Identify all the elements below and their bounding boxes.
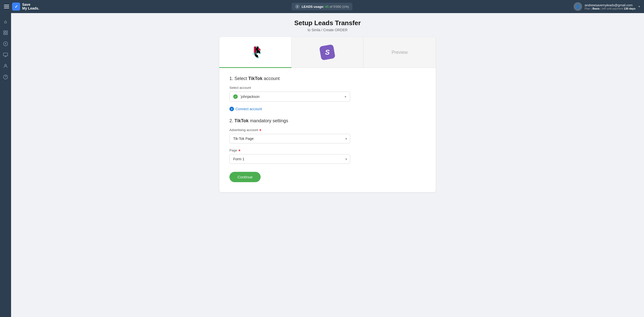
advertising-select-wrapper: Tik-Tok Page ▾: [229, 134, 350, 143]
page-group: Page ★ Form 1 ▾: [229, 148, 426, 164]
wizard-step-tiktok[interactable]: [219, 37, 292, 68]
account-name: `johnjackson: [240, 95, 343, 99]
logo-area: ✓ Save My Leads.: [12, 3, 39, 11]
plus-icon: +: [229, 107, 234, 111]
sidebar-item-templates[interactable]: [1, 50, 10, 59]
chevron-down-icon[interactable]: ▾: [638, 5, 640, 8]
sidebar-item-billing[interactable]: [1, 39, 10, 48]
account-status-dot: ✓: [233, 94, 238, 99]
advertising-account-select[interactable]: Tik-Tok Page: [229, 134, 350, 143]
advertising-account-group: Advertising account ★ Tik-Tok Page ▾: [229, 128, 426, 143]
user-plan: Plan | Basic | left until payment 130 da…: [585, 7, 635, 10]
user-email: andrewsavemyleads@gmail.com: [585, 3, 635, 7]
sidebar-item-help[interactable]: [1, 72, 10, 82]
leads-usage-box: i LEADS usage: 45 of 5'000 (1%): [292, 3, 352, 10]
hamburger-menu[interactable]: [4, 5, 9, 8]
leads-of: of 5'000: [330, 5, 341, 9]
leads-percent: (1%): [342, 5, 349, 9]
svg-rect-2: [4, 33, 5, 35]
tiktok-logo-icon: [248, 45, 262, 59]
sidebar: ⌂: [0, 13, 11, 317]
sidebar-item-account[interactable]: [1, 61, 10, 70]
tiktok-icon-wrap: [246, 43, 264, 61]
simla-shape-icon: S: [319, 44, 336, 61]
top-navigation: ✓ Save My Leads. i LEADS usage: 45 of 5'…: [0, 0, 644, 13]
required-star: ★: [259, 128, 262, 132]
user-info: 👤 andrewsavemyleads@gmail.com Plan | Bas…: [574, 2, 635, 11]
avatar: 👤: [574, 2, 582, 11]
page-header: Setup Leads Transfer to Simla / Create O…: [294, 19, 361, 32]
continue-button[interactable]: Continue: [229, 172, 261, 182]
page-select[interactable]: Form 1: [229, 154, 350, 164]
wizard-container: S Preview 1. Select TikTok account Selec…: [219, 37, 436, 192]
sidebar-item-connections[interactable]: [1, 28, 10, 37]
svg-rect-3: [6, 33, 8, 35]
svg-rect-7: [4, 53, 8, 56]
required-star: ★: [238, 148, 241, 152]
page-select-wrapper: Form 1 ▾: [229, 154, 350, 164]
section1-title: 1. Select TikTok account: [229, 76, 426, 81]
logo-text: Save My Leads.: [22, 3, 39, 11]
select-account-label: Select account: [229, 86, 426, 90]
wizard-form-content: 1. Select TikTok account Select account …: [219, 68, 436, 192]
section2-title: 2. TikTok mandatory settings: [229, 118, 426, 124]
simla-icon-wrap: S: [318, 43, 336, 61]
svg-rect-0: [4, 31, 5, 32]
page-subtitle: to Simla / Create ORDER: [294, 28, 361, 32]
content-area: Setup Leads Transfer to Simla / Create O…: [11, 13, 644, 317]
account-select-dropdown[interactable]: ✓ `johnjackson ▾: [229, 92, 350, 102]
wizard-step-preview[interactable]: Preview: [364, 37, 436, 68]
advertising-account-label: Advertising account ★: [229, 128, 426, 132]
connect-account-link[interactable]: + Connect account: [229, 107, 426, 111]
preview-label: Preview: [392, 50, 408, 55]
chevron-down-icon: ▾: [345, 95, 346, 99]
page-label: Page ★: [229, 148, 426, 152]
wizard-step-simla[interactable]: S: [292, 37, 364, 68]
wizard-steps: S Preview: [219, 37, 436, 68]
leads-current: 45: [325, 5, 329, 9]
sidebar-item-home[interactable]: ⌂: [1, 17, 10, 26]
info-icon: i: [295, 4, 300, 9]
logo-icon: ✓: [12, 3, 20, 11]
svg-point-10: [5, 64, 7, 66]
svg-rect-1: [6, 31, 8, 32]
account-select-group: Select account ✓ `johnjackson ▾: [229, 86, 426, 102]
page-title: Setup Leads Transfer: [294, 19, 361, 27]
